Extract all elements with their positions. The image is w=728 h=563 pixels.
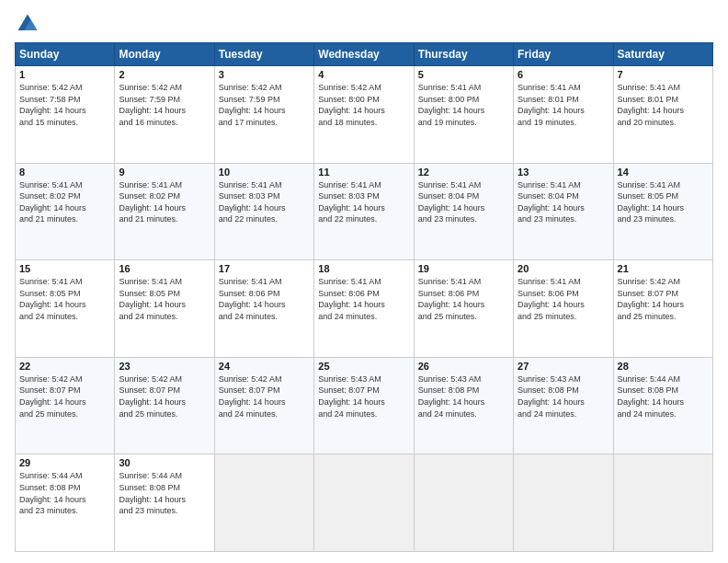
cell-line: Sunrise: 5:41 AM — [518, 179, 609, 191]
cell-line: Daylight: 14 hours — [618, 105, 709, 117]
cell-line: Sunrise: 5:41 AM — [618, 179, 709, 191]
cell-line: Daylight: 14 hours — [518, 202, 609, 214]
calendar-cell: 17Sunrise: 5:41 AMSunset: 8:06 PMDayligh… — [214, 260, 313, 358]
cell-line: Daylight: 14 hours — [318, 202, 409, 214]
calendar-cell: 11Sunrise: 5:41 AMSunset: 8:03 PMDayligh… — [314, 163, 414, 260]
cell-line: Sunset: 8:06 PM — [219, 288, 310, 300]
calendar-cell — [214, 454, 313, 552]
cell-line: Daylight: 14 hours — [119, 494, 210, 506]
day-number: 2 — [119, 69, 210, 80]
calendar-header-saturday: Saturday — [613, 43, 712, 66]
cell-line: Daylight: 14 hours — [318, 105, 409, 117]
calendar-cell: 14Sunrise: 5:41 AMSunset: 8:05 PMDayligh… — [613, 163, 712, 260]
cell-line: Sunset: 7:59 PM — [219, 94, 310, 106]
day-number: 28 — [618, 361, 709, 372]
cell-line: Daylight: 14 hours — [219, 105, 310, 117]
cell-line: Sunset: 8:04 PM — [518, 190, 609, 202]
cell-line: Sunrise: 5:41 AM — [318, 179, 409, 191]
cell-line: Sunset: 8:07 PM — [318, 385, 409, 396]
page: SundayMondayTuesdayWednesdayThursdayFrid… — [0, 0, 728, 563]
cell-line: and 25 minutes. — [618, 311, 709, 323]
cell-line: Daylight: 14 hours — [518, 396, 609, 408]
day-number: 17 — [219, 263, 310, 274]
calendar-header-tuesday: Tuesday — [214, 43, 313, 66]
calendar-cell: 30Sunrise: 5:44 AMSunset: 8:08 PMDayligh… — [115, 454, 214, 552]
logo — [15, 11, 44, 37]
calendar-table: SundayMondayTuesdayWednesdayThursdayFrid… — [15, 42, 713, 552]
cell-line: Sunset: 8:03 PM — [318, 190, 409, 202]
cell-line: Daylight: 14 hours — [219, 202, 310, 214]
cell-line: Sunrise: 5:41 AM — [219, 179, 310, 191]
cell-line: Daylight: 14 hours — [418, 396, 509, 408]
day-number: 14 — [618, 167, 709, 178]
day-number: 18 — [318, 263, 409, 274]
cell-line: Sunrise: 5:41 AM — [119, 276, 210, 288]
cell-line: Sunrise: 5:44 AM — [119, 470, 210, 482]
calendar-cell: 18Sunrise: 5:41 AMSunset: 8:06 PMDayligh… — [314, 260, 414, 358]
cell-line: Sunset: 8:03 PM — [219, 190, 310, 202]
calendar-header-wednesday: Wednesday — [314, 43, 414, 66]
calendar-row: 22Sunrise: 5:42 AMSunset: 8:07 PMDayligh… — [16, 357, 713, 454]
calendar-cell: 6Sunrise: 5:41 AMSunset: 8:01 PMDaylight… — [514, 66, 613, 164]
calendar-cell: 19Sunrise: 5:41 AMSunset: 8:06 PMDayligh… — [414, 260, 513, 358]
day-number: 21 — [618, 263, 709, 274]
cell-line: Sunset: 8:00 PM — [318, 94, 409, 106]
cell-line: Sunrise: 5:43 AM — [418, 373, 509, 385]
cell-line: Sunset: 7:59 PM — [119, 94, 210, 106]
calendar-row: 1Sunrise: 5:42 AMSunset: 7:58 PMDaylight… — [16, 66, 713, 164]
day-number: 8 — [19, 167, 110, 178]
cell-line: and 23 minutes. — [19, 505, 110, 517]
cell-line: Daylight: 14 hours — [119, 105, 210, 117]
cell-line: Sunrise: 5:43 AM — [518, 373, 609, 385]
cell-line: and 25 minutes. — [19, 408, 110, 420]
cell-line: and 23 minutes. — [618, 213, 709, 225]
day-number: 11 — [318, 167, 409, 178]
calendar-cell: 25Sunrise: 5:43 AMSunset: 8:07 PMDayligh… — [314, 357, 414, 454]
day-number: 3 — [219, 69, 310, 80]
cell-line: Daylight: 14 hours — [119, 299, 210, 311]
cell-line: and 24 minutes. — [19, 311, 110, 323]
calendar-cell: 21Sunrise: 5:42 AMSunset: 8:07 PMDayligh… — [613, 260, 712, 358]
cell-line: Sunset: 8:08 PM — [19, 482, 110, 494]
cell-line: Sunrise: 5:41 AM — [19, 276, 110, 288]
day-number: 9 — [119, 167, 210, 178]
day-number: 27 — [518, 361, 609, 372]
cell-line: Sunset: 8:07 PM — [618, 288, 709, 300]
cell-line: and 24 minutes. — [119, 311, 210, 323]
cell-line: and 24 minutes. — [518, 408, 609, 420]
cell-line: Sunset: 8:05 PM — [119, 288, 210, 300]
cell-line: and 21 minutes. — [19, 213, 110, 225]
calendar-row: 8Sunrise: 5:41 AMSunset: 8:02 PMDaylight… — [16, 163, 713, 260]
cell-line: and 19 minutes. — [418, 117, 509, 129]
cell-line: Daylight: 14 hours — [219, 396, 310, 408]
calendar-header-thursday: Thursday — [414, 43, 513, 66]
calendar-cell: 16Sunrise: 5:41 AMSunset: 8:05 PMDayligh… — [115, 260, 214, 358]
cell-line: Sunrise: 5:41 AM — [318, 276, 409, 288]
cell-line: and 25 minutes. — [418, 311, 509, 323]
cell-line: Daylight: 14 hours — [19, 396, 110, 408]
calendar-row: 29Sunrise: 5:44 AMSunset: 8:08 PMDayligh… — [16, 454, 713, 552]
cell-line: Sunrise: 5:44 AM — [618, 373, 709, 385]
cell-line: Sunset: 8:07 PM — [219, 385, 310, 396]
cell-line: Daylight: 14 hours — [119, 396, 210, 408]
day-number: 10 — [219, 167, 310, 178]
calendar-cell — [414, 454, 513, 552]
calendar-cell: 4Sunrise: 5:42 AMSunset: 8:00 PMDaylight… — [314, 66, 414, 164]
cell-line: Sunrise: 5:41 AM — [518, 276, 609, 288]
day-number: 30 — [119, 457, 210, 468]
day-number: 22 — [19, 361, 110, 372]
cell-line: Sunrise: 5:43 AM — [318, 373, 409, 385]
cell-line: and 25 minutes. — [119, 408, 210, 420]
cell-line: and 24 minutes. — [618, 408, 709, 420]
calendar-cell: 7Sunrise: 5:41 AMSunset: 8:01 PMDaylight… — [613, 66, 712, 164]
calendar-cell: 20Sunrise: 5:41 AMSunset: 8:06 PMDayligh… — [514, 260, 613, 358]
header — [15, 11, 713, 37]
cell-line: Sunset: 8:06 PM — [518, 288, 609, 300]
cell-line: Daylight: 14 hours — [318, 299, 409, 311]
cell-line: Sunset: 8:00 PM — [418, 94, 509, 106]
cell-line: Sunset: 8:04 PM — [418, 190, 509, 202]
cell-line: and 16 minutes. — [119, 117, 210, 129]
cell-line: Sunset: 8:05 PM — [618, 190, 709, 202]
day-number: 20 — [518, 263, 609, 274]
calendar-cell: 9Sunrise: 5:41 AMSunset: 8:02 PMDaylight… — [115, 163, 214, 260]
